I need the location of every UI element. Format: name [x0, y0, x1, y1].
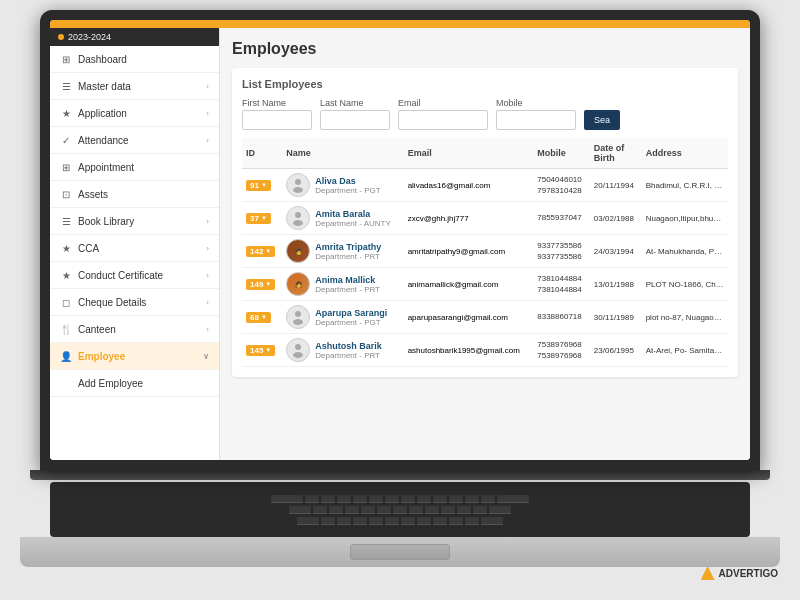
appointment-icon: ⊞: [60, 161, 72, 173]
id-badge: 149 ▼: [246, 279, 275, 290]
id-cell: 37 ▼: [242, 202, 282, 235]
chevron-right-icon: ›: [206, 244, 209, 253]
sidebar-item-appointment[interactable]: ⊞ Appointment: [50, 154, 219, 181]
table-row[interactable]: 91 ▼ Aliva DasDepartment - PGTalivadas16…: [242, 169, 728, 202]
last-name-input[interactable]: [320, 110, 390, 130]
sidebar-item-master-data[interactable]: ☰ Master data ›: [50, 73, 219, 100]
first-name-input[interactable]: [242, 110, 312, 130]
avatar: [286, 305, 310, 329]
key: [393, 506, 407, 514]
key: [441, 506, 455, 514]
avatar: [286, 206, 310, 230]
key: [449, 495, 463, 503]
svg-point-2: [295, 212, 301, 218]
email-cell: aparupasarangi@gmail.com: [404, 301, 534, 334]
employee-name: Amrita Tripathy: [315, 242, 381, 252]
last-name-label: Last Name: [320, 98, 390, 108]
key: [433, 517, 447, 525]
advertigo-logo: ADVERTIGO: [701, 566, 778, 580]
key: [489, 506, 511, 514]
table-row[interactable]: 37 ▼ Amita BaralaDepartment - AUNTYzxcv@…: [242, 202, 728, 235]
touchpad[interactable]: [350, 544, 450, 560]
name-cell: Aparupa SarangiDepartment - PGT: [282, 301, 403, 334]
sidebar-label: Cheque Details: [78, 297, 146, 308]
avatar: [286, 338, 310, 362]
canteen-icon: 🍴: [60, 323, 72, 335]
id-badge: 37 ▼: [246, 213, 271, 224]
year-dot: [58, 34, 64, 40]
sidebar-item-book-library[interactable]: ☰ Book Library ›: [50, 208, 219, 235]
sidebar-label: Book Library: [78, 216, 134, 227]
sidebar-label: Employee: [78, 351, 125, 362]
master-icon: ☰: [60, 80, 72, 92]
key: [297, 517, 319, 525]
key: [329, 506, 343, 514]
chevron-right-icon: ›: [206, 109, 209, 118]
sidebar-item-employee[interactable]: 👤 Employee ∨: [50, 343, 219, 370]
name-cell: Ashutosh BarikDepartment - PRT: [282, 334, 403, 367]
sidebar-item-attendance[interactable]: ✓ Attendance ›: [50, 127, 219, 154]
search-button[interactable]: Sea: [584, 110, 620, 130]
avatar: 👩: [286, 272, 310, 296]
employee-name: Aparupa Sarangi: [315, 308, 387, 318]
key: [425, 506, 439, 514]
chevron-right-icon: ›: [206, 82, 209, 91]
key-row-1: [271, 495, 529, 503]
col-dob: Date ofBirth: [590, 138, 642, 169]
key: [289, 506, 311, 514]
svg-point-7: [293, 352, 303, 358]
key: [361, 506, 375, 514]
mobile-label: Mobile: [496, 98, 576, 108]
col-address: Address: [642, 138, 728, 169]
svg-point-6: [295, 344, 301, 350]
sidebar-item-application[interactable]: ★ Application ›: [50, 100, 219, 127]
main-content: Employees List Employees First Name Last…: [220, 28, 750, 460]
employee-dept: Department - PRT: [315, 252, 381, 261]
laptop-container: 2023-2024 ⊞ Dashboard ☰ Master data: [10, 10, 790, 590]
employee-name: Amita Barala: [315, 209, 391, 219]
email-cell: animamallick@gmail.com: [404, 268, 534, 301]
key: [481, 517, 503, 525]
mobile-input[interactable]: [496, 110, 576, 130]
mobile-field: Mobile: [496, 98, 576, 130]
email-input[interactable]: [398, 110, 488, 130]
key: [271, 495, 303, 503]
sidebar-label: CCA: [78, 243, 99, 254]
sidebar-item-assets[interactable]: ⊡ Assets: [50, 181, 219, 208]
employee-dept: Department - AUNTY: [315, 219, 391, 228]
svg-point-5: [293, 319, 303, 325]
key: [377, 506, 391, 514]
table-row[interactable]: 149 ▼👩Anima MallickDepartment - PRTanima…: [242, 268, 728, 301]
key: [457, 506, 471, 514]
key: [385, 495, 399, 503]
advertigo-icon: [701, 566, 715, 580]
sidebar-item-canteen[interactable]: 🍴 Canteen ›: [50, 316, 219, 343]
chevron-down-icon: ∨: [203, 352, 209, 361]
chevron-right-icon: ›: [206, 325, 209, 334]
id-cell: 145 ▼: [242, 334, 282, 367]
employee-dept: Department - PGT: [315, 186, 380, 195]
sidebar-item-left: ◻ Cheque Details: [60, 296, 146, 308]
sidebar-item-left: 👤 Employee: [60, 350, 125, 362]
table-row[interactable]: 145 ▼ Ashutosh BarikDepartment - PRTashu…: [242, 334, 728, 367]
email-cell: ashutoshbarik1995@gmail.com: [404, 334, 534, 367]
employee-name: Aliva Das: [315, 176, 380, 186]
address-cell: Bhadimul, C.R.R.I, Cuttack S.: [642, 169, 728, 202]
email-label: Email: [398, 98, 488, 108]
sidebar-item-conduct-cert[interactable]: ★ Conduct Certificate ›: [50, 262, 219, 289]
key: [385, 517, 399, 525]
sidebar-item-cheque[interactable]: ◻ Cheque Details ›: [50, 289, 219, 316]
key: [481, 495, 495, 503]
sidebar-item-cca[interactable]: ★ CCA ›: [50, 235, 219, 262]
sidebar-item-add-employee[interactable]: Add Employee: [50, 370, 219, 397]
col-name: Name: [282, 138, 403, 169]
key: [417, 517, 431, 525]
table-row[interactable]: 68 ▼ Aparupa SarangiDepartment - PGTapar…: [242, 301, 728, 334]
dob-cell: 03/02/1988: [590, 202, 642, 235]
table-row[interactable]: 142 ▼👩Amrita TripathyDepartment - PRTamr…: [242, 235, 728, 268]
chevron-right-icon: ›: [206, 298, 209, 307]
address-cell: At- Mahukhanda, Po- Mahuk: [642, 235, 728, 268]
col-email: Email: [404, 138, 534, 169]
svg-point-0: [295, 179, 301, 185]
sidebar-item-dashboard[interactable]: ⊞ Dashboard: [50, 46, 219, 73]
